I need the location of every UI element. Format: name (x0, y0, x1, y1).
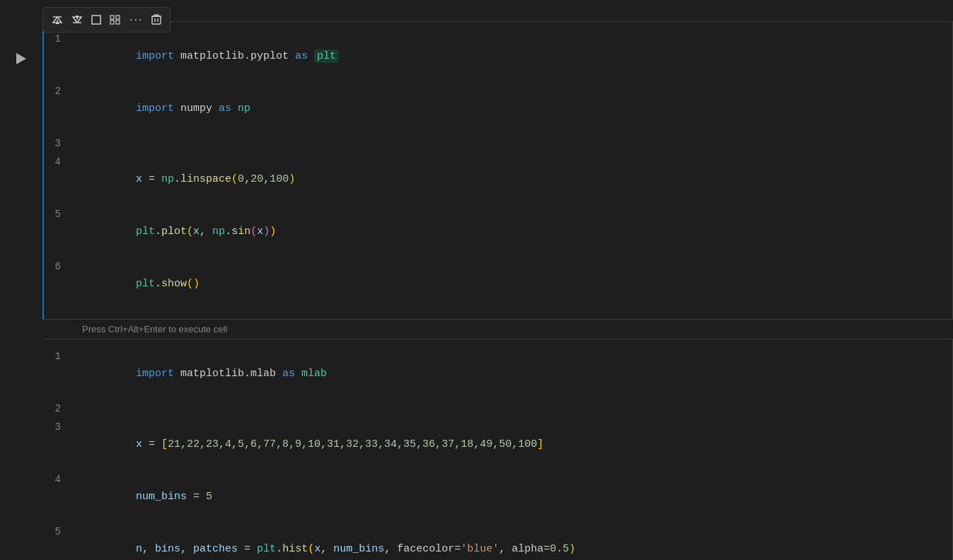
svg-rect-9 (92, 16, 100, 24)
svg-marker-0 (16, 53, 26, 64)
cell-run-button[interactable] (12, 49, 30, 68)
alias-plt: plt (314, 49, 339, 63)
cell-2-container: 1 import matplotlib.mlab as mlab 2 3 x =… (42, 339, 953, 560)
svg-rect-10 (110, 16, 114, 19)
svg-rect-13 (116, 21, 120, 24)
delete-cell-button[interactable] (149, 13, 164, 27)
code-line-2-1: 1 import matplotlib.mlab as mlab (44, 348, 952, 400)
svg-rect-14 (152, 16, 161, 24)
code-cell-2[interactable]: 1 import matplotlib.mlab as mlab 2 3 x =… (42, 339, 953, 560)
cell-1-toolbar: ··· (42, 7, 171, 33)
code-line-1-3: 3 (44, 135, 952, 153)
cell-1-container: ··· 1 import matplotlib.pyplot as plt (42, 21, 953, 339)
code-line-2-3: 3 x = [21,22,23,4,5,6,77,8,9,10,31,32,33… (44, 419, 952, 471)
run-above-button[interactable] (49, 13, 66, 27)
left-gutter (0, 0, 42, 560)
code-line-1-1: 1 import matplotlib.pyplot as plt (44, 30, 952, 83)
code-line-2-4: 4 num_bins = 5 (44, 471, 952, 523)
cell-1-hint: Press Ctrl+Alt+Enter to execute cell (42, 320, 953, 339)
code-line-2-5: 5 n, bins, patches = plt.hist(x, num_bin… (44, 523, 952, 560)
keyword-import: import (136, 50, 174, 62)
code-cell-1[interactable]: 1 import matplotlib.pyplot as plt 2 impo… (42, 21, 953, 320)
svg-rect-11 (116, 16, 120, 19)
more-button[interactable]: ··· (127, 12, 146, 28)
code-line-2-2: 2 (44, 400, 952, 419)
interrupt-button[interactable] (88, 13, 104, 26)
run-below-button[interactable] (69, 13, 86, 27)
svg-marker-3 (56, 23, 59, 24)
code-line-1-2: 2 import numpy as np (44, 83, 952, 135)
notebook-content: ··· 1 import matplotlib.pyplot as plt (42, 0, 953, 560)
variables-button[interactable] (107, 13, 124, 27)
keyword-as: as (295, 50, 308, 62)
code-line-1-6: 6 plt.show() (44, 258, 952, 310)
code-line-1-4: 4 x = np.linspace(0,20,100) (44, 153, 952, 206)
code-line-1-5: 5 plt.plot(x, np.sin(x)) (44, 206, 952, 258)
svg-rect-12 (110, 21, 114, 24)
svg-marker-7 (76, 16, 79, 17)
